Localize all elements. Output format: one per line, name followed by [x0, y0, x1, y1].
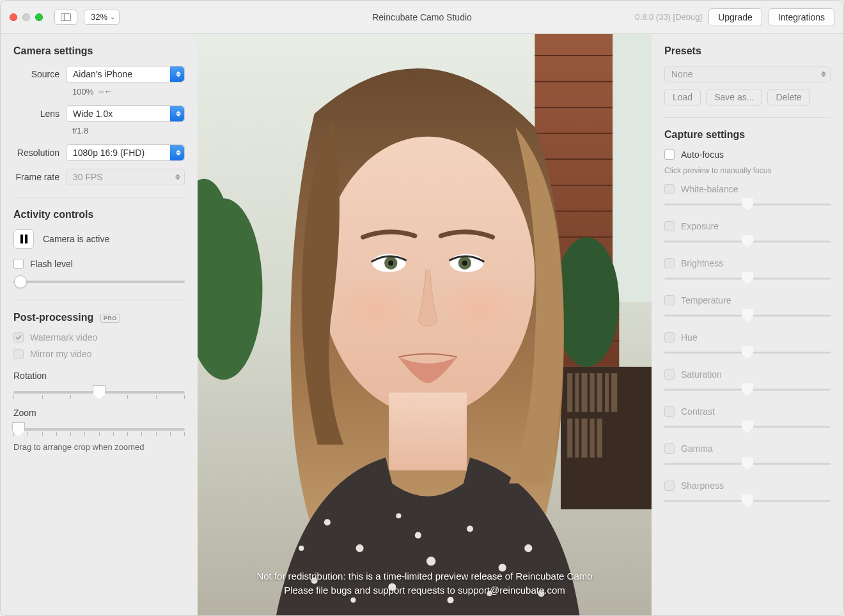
pause-icon [20, 235, 27, 243]
svg-rect-28 [590, 419, 595, 458]
svg-rect-24 [611, 373, 617, 412]
svg-rect-20 [581, 373, 587, 412]
svg-point-51 [415, 532, 421, 539]
source-select[interactable]: Aidan's iPhone [66, 66, 185, 82]
svg-rect-0 [61, 13, 70, 20]
lens-label: Lens [13, 109, 66, 119]
svg-rect-22 [597, 373, 602, 412]
presets-title: Presets [664, 45, 831, 57]
mirror-checkbox [13, 349, 24, 359]
lens-select[interactable]: Wide 1.0x [66, 105, 185, 122]
left-panel: Camera settings Source Aidan's iPhone 10… [1, 34, 198, 615]
pro-badge: PRO [100, 314, 120, 323]
exposure-label: Exposure [681, 221, 719, 231]
brightness-label: Brightness [681, 258, 723, 268]
frame-rate-value: 30 FPS [73, 172, 103, 182]
white-balance-checkbox [664, 184, 675, 194]
zoom-note: Drag to arrange crop when zoomed [13, 442, 185, 452]
white-balance-slider[interactable] [664, 198, 831, 211]
pause-camera-button[interactable] [13, 229, 34, 249]
preset-delete-button: Delete [767, 89, 809, 105]
sidebar-icon [61, 13, 71, 21]
white-balance-label: White-balance [681, 184, 738, 194]
gamma-slider[interactable] [664, 458, 831, 470]
flash-level-label: Flash level [30, 259, 73, 269]
hue-slider[interactable] [664, 346, 831, 359]
sharpness-checkbox [664, 481, 675, 491]
svg-rect-25 [567, 419, 572, 458]
svg-rect-27 [581, 419, 587, 458]
integrations-button[interactable]: Integrations [769, 8, 834, 26]
zoom-level-select[interactable]: 32% ⌄ [84, 10, 120, 25]
brightness-slider[interactable] [664, 272, 831, 285]
rotation-slider[interactable] [13, 386, 185, 399]
minimize-window-icon[interactable] [22, 13, 30, 21]
zoom-window-icon[interactable] [35, 13, 43, 21]
hue-label: Hue [681, 332, 698, 343]
chevron-down-icon: ⌄ [110, 13, 115, 20]
usb-icon: ⎓← [98, 86, 113, 96]
svg-point-39 [396, 513, 401, 518]
contrast-label: Contrast [681, 406, 715, 417]
svg-point-37 [324, 519, 331, 525]
svg-point-48 [524, 544, 532, 552]
temperature-checkbox [664, 295, 675, 305]
close-window-icon[interactable] [10, 13, 17, 21]
window-title: Reincubate Camo Studio [372, 12, 472, 22]
gamma-label: Gamma [681, 443, 713, 454]
sharpness-label: Sharpness [681, 481, 724, 491]
sharpness-slider[interactable] [664, 495, 831, 507]
resolution-select[interactable]: 1080p 16:9 (FHD) [66, 144, 185, 161]
right-panel: Presets None Load Save as... Delete Capt… [652, 34, 843, 615]
svg-point-40 [426, 557, 435, 566]
auto-focus-checkbox[interactable] [664, 150, 675, 160]
svg-point-38 [356, 544, 363, 552]
app-window: 32% ⌄ Reincubate Camo Studio 0.8.0 (33) … [0, 0, 844, 616]
saturation-checkbox [664, 369, 675, 380]
exposure-checkbox [664, 221, 675, 231]
svg-point-46 [448, 597, 454, 603]
saturation-slider[interactable] [664, 383, 831, 396]
zoom-label: Zoom [13, 408, 185, 418]
svg-rect-21 [590, 373, 595, 412]
svg-rect-36 [389, 393, 467, 471]
preset-save-button: Save as... [706, 89, 762, 105]
svg-point-57 [462, 261, 467, 266]
svg-point-34 [340, 279, 412, 337]
source-label: Source [13, 69, 66, 79]
video-preview[interactable]: Not for redistribution: this is a time-l… [198, 34, 652, 615]
flash-level-slider[interactable] [13, 275, 185, 288]
frame-rate-label: Frame rate [13, 172, 66, 182]
hue-checkbox [664, 332, 675, 343]
contrast-slider[interactable] [664, 420, 831, 433]
watermark-checkbox [13, 332, 24, 343]
zoom-slider[interactable] [13, 423, 185, 436]
activity-controls-title: Activity controls [13, 209, 185, 220]
resolution-label: Resolution [13, 148, 66, 158]
upgrade-button[interactable]: Upgrade [708, 8, 762, 26]
svg-rect-18 [567, 373, 572, 412]
zoom-level-value: 32% [91, 12, 107, 22]
post-processing-title: Post-processing PRO [13, 312, 185, 323]
brightness-checkbox [664, 258, 675, 268]
svg-point-32 [554, 237, 619, 367]
contrast-checkbox [664, 406, 675, 417]
svg-point-41 [467, 525, 473, 532]
temperature-label: Temperature [681, 295, 731, 305]
saturation-label: Saturation [681, 369, 722, 380]
preview-watermark: Not for redistribution: this is a time-l… [221, 569, 629, 597]
focus-hint: Click preview to manually focus [664, 166, 831, 175]
flash-level-checkbox[interactable] [13, 259, 24, 269]
preset-select[interactable]: None [664, 66, 831, 82]
svg-rect-19 [575, 373, 579, 412]
auto-focus-label: Auto-focus [681, 150, 724, 160]
source-battery: 100% [72, 87, 93, 96]
resolution-value: 1080p 16:9 (FHD) [73, 148, 145, 158]
preview-image [198, 34, 652, 615]
svg-point-44 [350, 597, 356, 603]
temperature-slider[interactable] [664, 309, 831, 322]
mirror-label: Mirror my video [30, 349, 91, 359]
exposure-slider[interactable] [664, 235, 831, 248]
svg-rect-29 [597, 419, 602, 458]
toggle-sidebar-button[interactable] [54, 10, 77, 25]
